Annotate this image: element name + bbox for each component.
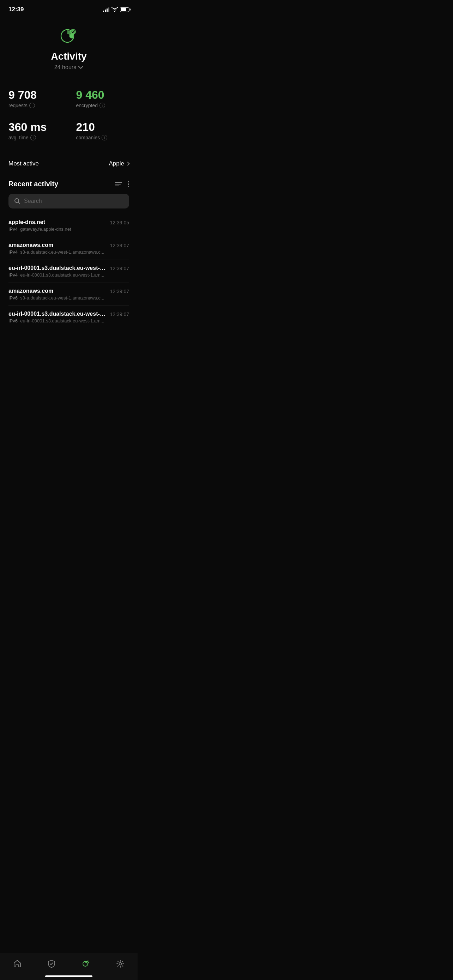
stat-avgtime: 360 ms avg. time i — [8, 115, 69, 146]
activity-time: 12:39:07 — [110, 288, 129, 294]
activity-domain: eu-irl-00001.s3.dualstack.eu-west-1.... — [8, 311, 106, 317]
stat-requests: 9 708 requests i — [8, 83, 69, 114]
stats-row-bottom: 360 ms avg. time i 210 companies i — [8, 115, 129, 146]
activity-time: 12:39:07 — [110, 311, 129, 317]
search-icon — [14, 198, 21, 204]
encrypted-value: 9 460 — [76, 89, 129, 101]
activity-protocol: IPv6 — [8, 295, 17, 301]
avgtime-value: 360 ms — [8, 121, 62, 134]
signal-icon — [103, 7, 110, 12]
companies-label: companies i — [76, 135, 129, 140]
activity-protocol: IPv6 — [8, 318, 17, 323]
avgtime-info-icon[interactable]: i — [30, 135, 36, 140]
activity-protocol: IPv4 — [8, 226, 17, 232]
activity-chart-icon — [58, 25, 79, 46]
chevron-right-icon — [126, 162, 129, 166]
requests-value: 9 708 — [8, 89, 62, 101]
recent-activity-header: Recent activity — [0, 174, 138, 192]
more-dot-1 — [128, 181, 129, 182]
status-time: 12:39 — [8, 6, 24, 13]
page-title: Activity — [51, 51, 86, 62]
activity-item[interactable]: amazonaws.com IPv4 s3-a.dualstack.eu-wes… — [8, 237, 129, 260]
more-dot-3 — [128, 186, 129, 187]
more-options-icon[interactable] — [128, 181, 129, 187]
activity-info: amazonaws.com IPv4 s3-a.dualstack.eu-wes… — [8, 242, 110, 255]
filter-line-1 — [115, 182, 122, 183]
filter-icon[interactable] — [115, 182, 122, 186]
activity-item[interactable]: eu-irl-00001.s3.dualstack.eu-west-1.... … — [8, 306, 129, 328]
activity-sub: IPv6 eu-irl-00001.s3.dualstack.eu-west-1… — [8, 318, 106, 323]
activity-item[interactable]: eu-irl-00001.s3.dualstack.eu-west-1.... … — [8, 260, 129, 283]
activity-time: 12:39:07 — [110, 265, 129, 271]
companies-info-icon[interactable]: i — [102, 135, 107, 140]
search-bar[interactable] — [8, 194, 129, 208]
activity-info: eu-irl-00001.s3.dualstack.eu-west-1.... … — [8, 311, 110, 323]
activity-domain: amazonaws.com — [8, 242, 106, 248]
activity-time: 12:39:05 — [110, 219, 129, 226]
chevron-down-icon — [78, 65, 83, 69]
battery-icon — [120, 7, 129, 12]
activity-domain: amazonaws.com — [8, 288, 106, 294]
recent-activity-title: Recent activity — [8, 180, 58, 188]
activity-time: 12:39:07 — [110, 242, 129, 248]
status-bar: 12:39 — [0, 0, 138, 17]
stats-row-top: 9 708 requests i 9 460 encrypted i — [8, 83, 129, 114]
activity-item[interactable]: amazonaws.com IPv6 s3-a.dualstack.eu-wes… — [8, 283, 129, 306]
activity-sub: IPv6 s3-a.dualstack.eu-west-1.amazonaws.… — [8, 295, 106, 301]
activity-domain: eu-irl-00001.s3.dualstack.eu-west-1.... — [8, 265, 106, 271]
requests-info-icon[interactable]: i — [29, 103, 35, 108]
time-filter-label: 24 hours — [54, 64, 76, 70]
filter-line-2 — [115, 184, 121, 185]
status-icons — [103, 7, 129, 12]
activity-domain: apple-dns.net — [8, 219, 106, 226]
time-filter-button[interactable]: 24 hours — [54, 64, 83, 70]
more-dot-2 — [128, 183, 129, 185]
stats-container: 9 708 requests i 9 460 encrypted i 360 m… — [0, 78, 138, 150]
page-header: Activity 24 hours — [0, 17, 138, 78]
filter-line-3 — [115, 186, 119, 186]
most-active-button[interactable]: Apple — [109, 160, 129, 167]
activity-sub: IPv4 eu-irl-00001.s3.dualstack.eu-west-1… — [8, 272, 106, 278]
activity-info: eu-irl-00001.s3.dualstack.eu-west-1.... … — [8, 265, 110, 278]
stat-encrypted: 9 460 encrypted i — [69, 83, 129, 114]
activity-sub: IPv4 gateway.fe.apple-dns.net — [8, 226, 106, 232]
header-actions — [115, 181, 129, 187]
most-active-section: Most active Apple — [0, 153, 138, 174]
activity-info: amazonaws.com IPv6 s3-a.dualstack.eu-wes… — [8, 288, 110, 301]
encrypted-label: encrypted i — [76, 103, 129, 108]
wifi-icon — [111, 7, 118, 12]
activity-info: apple-dns.net IPv4 gateway.fe.apple-dns.… — [8, 219, 110, 232]
avgtime-label: avg. time i — [8, 135, 62, 140]
activity-protocol: IPv4 — [8, 250, 17, 255]
activity-item[interactable]: apple-dns.net IPv4 gateway.fe.apple-dns.… — [8, 214, 129, 237]
activity-list: apple-dns.net IPv4 gateway.fe.apple-dns.… — [0, 214, 138, 328]
search-container — [0, 192, 138, 214]
most-active-label: Most active — [8, 160, 39, 167]
activity-sub: IPv4 s3-a.dualstack.eu-west-1.amazonaws.… — [8, 250, 106, 255]
search-input[interactable] — [24, 198, 124, 204]
companies-value: 210 — [76, 121, 129, 134]
activity-protocol: IPv4 — [8, 272, 17, 278]
requests-label: requests i — [8, 103, 62, 108]
svg-point-2 — [70, 29, 76, 35]
most-active-value: Apple — [109, 160, 124, 167]
stat-companies: 210 companies i — [69, 115, 129, 146]
encrypted-info-icon[interactable]: i — [100, 103, 105, 108]
svg-point-1 — [65, 34, 70, 38]
